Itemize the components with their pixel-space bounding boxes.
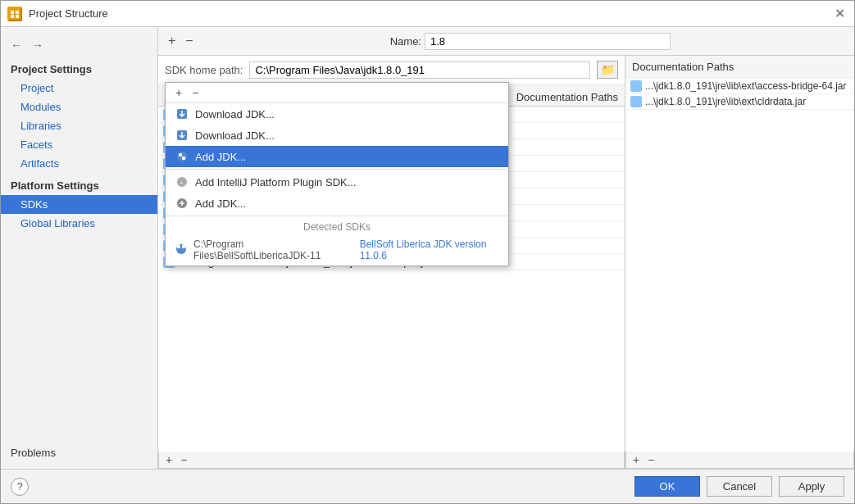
list-remove-button[interactable]: − [177, 453, 190, 466]
list-add-button[interactable]: + [162, 453, 175, 466]
add-jdk-label: Add JDK... [195, 151, 246, 163]
add-plugin-sdk-label: Add IntelliJ Platform Plugin SDK... [195, 176, 357, 188]
dropdown-menu: + − Download JDK... [165, 82, 509, 266]
svg-rect-3 [11, 15, 14, 18]
doc-add-button[interactable]: + [630, 453, 643, 466]
add-jdk-item[interactable]: Add JDK... [166, 146, 508, 167]
ok-button[interactable]: OK [634, 476, 700, 497]
name-label: Name: [390, 35, 421, 48]
svg-rect-1 [11, 11, 14, 14]
sidebar-item-project[interactable]: Project [1, 79, 157, 98]
remove-sdk-button[interactable]: − [182, 32, 196, 50]
footer-left: ? [11, 478, 29, 496]
name-input[interactable] [425, 33, 671, 50]
doc-list-toolbar: + − [625, 452, 854, 469]
detected-name: BellSoft Liberica JDK version 11.0.6 [360, 238, 498, 261]
doc-path-text: ...\jdk1.8.0_191\jre\lib\ext\cldrdata.ja… [645, 96, 806, 107]
content-area: + − Name: SDK home path: 📁 [158, 27, 854, 469]
platform-settings-heading: Platform Settings [1, 173, 157, 195]
add-jdk-2-item[interactable]: Add JDK... [166, 193, 508, 214]
download-jdk-2-label: Download JDK... [195, 129, 275, 142]
jar-icon [630, 96, 642, 107]
doc-path-text: ...\jdk1.8.0_191\jre\lib\ext\access-brid… [645, 80, 846, 92]
download-icon [175, 107, 189, 120]
svg-rect-17 [182, 245, 185, 248]
list-toolbar: + − [158, 452, 625, 469]
footer: ? OK Cancel Apply [1, 469, 854, 503]
sidebar-item-problems[interactable]: Problems [1, 443, 157, 462]
svg-rect-2 [16, 11, 19, 14]
apply-button[interactable]: Apply [779, 476, 844, 497]
bellsoft-icon [175, 243, 187, 257]
sidebar-item-modules[interactable]: Modules [1, 98, 157, 116]
add-plugin-icon: +: [175, 175, 189, 188]
sdk-home-input[interactable] [249, 61, 590, 79]
download-icon-2 [175, 129, 189, 142]
sidebar: ← → Project Settings Project Modules Lib… [1, 27, 158, 469]
dropdown-remove-button[interactable]: − [189, 86, 202, 99]
download-jdk-1-label: Download JDK... [195, 108, 275, 120]
help-button[interactable]: ? [11, 478, 29, 496]
sidebar-item-sdks[interactable]: SDKs [1, 195, 157, 214]
main-content: ← → Project Settings Project Modules Lib… [1, 27, 854, 469]
add-plugin-sdk-item[interactable]: +: Add IntelliJ Platform Plugin SDK... [166, 171, 508, 193]
nav-toolbar: ← → [1, 34, 157, 57]
svg-rect-0 [9, 8, 20, 20]
svg-rect-4 [16, 15, 19, 18]
doc-item[interactable]: ...\jdk1.8.0_191\jre\lib\ext\access-brid… [625, 79, 854, 94]
app-icon [7, 7, 22, 21]
doc-item[interactable]: ...\jdk1.8.0_191\jre\lib\ext\cldrdata.ja… [625, 94, 854, 110]
add-jdk-2-label: Add JDK... [195, 198, 246, 210]
window-title: Project Structure [29, 7, 831, 20]
project-settings-heading: Project Settings [1, 57, 157, 79]
sidebar-item-facets[interactable]: Facets [1, 135, 157, 154]
forward-button[interactable]: → [29, 37, 47, 53]
dropdown-separator [166, 169, 508, 170]
detected-sdks-label: Detected SDKs [166, 218, 508, 234]
sidebar-item-libraries[interactable]: Libraries [1, 116, 157, 135]
doc-paths-label: Documentation Paths [516, 89, 618, 106]
doc-list: ...\jdk1.8.0_191\jre\lib\ext\access-brid… [625, 79, 854, 452]
svg-rect-9 [182, 157, 185, 160]
back-button[interactable]: ← [7, 37, 25, 53]
dropdown-header: + − [166, 83, 508, 103]
sidebar-item-global-libraries[interactable]: Global Libraries [1, 214, 157, 233]
content-header: + − Name: [158, 27, 854, 56]
close-button[interactable]: ✕ [831, 6, 848, 22]
doc-paths-heading: Documentation Paths [625, 56, 854, 79]
browse-button[interactable]: 📁 [597, 61, 618, 79]
sdk-home-label: SDK home path: [165, 64, 243, 76]
dropdown-add-button[interactable]: + [172, 86, 185, 99]
detected-path: C:\Program Files\BellSoft\LibericaJDK-11 [193, 238, 353, 261]
detected-sdk-item[interactable]: C:\Program Files\BellSoft\LibericaJDK-11… [166, 234, 508, 266]
download-jdk-2-item[interactable]: Download JDK... [166, 125, 508, 146]
doc-remove-button[interactable]: − [644, 453, 657, 466]
titlebar: Project Structure ✕ [1, 1, 854, 27]
cancel-button[interactable]: Cancel [707, 476, 772, 497]
download-jdk-1-item[interactable]: Download JDK... [166, 103, 508, 125]
footer-right: OK Cancel Apply [634, 476, 844, 497]
add-jdk-icon [175, 150, 189, 163]
sidebar-item-artifacts[interactable]: Artifacts [1, 154, 157, 173]
svg-rect-16 [177, 245, 180, 248]
jar-icon [630, 80, 642, 92]
svg-rect-8 [179, 153, 182, 157]
svg-text:+:: +: [180, 179, 185, 187]
add-sdk-button[interactable]: + [165, 32, 179, 50]
add-icon [175, 197, 189, 210]
dropdown-separator-2 [166, 216, 508, 216]
project-structure-window: Project Structure ✕ ← → Project Settings… [0, 0, 855, 504]
